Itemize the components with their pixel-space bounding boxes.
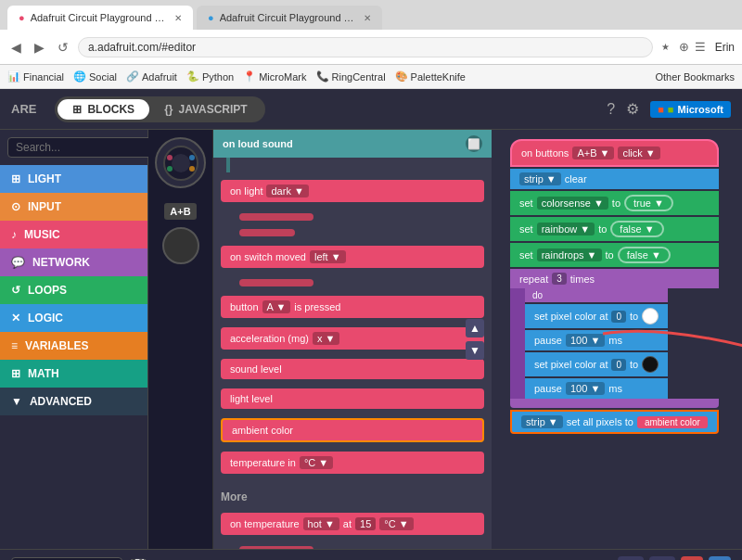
dark-dropdown[interactable]: dark ▼ [266,185,308,197]
ws-block-set-rainbow[interactable]: set rainbow ▼ to false ▼ [510,217,719,241]
ws-block-repeat[interactable]: repeat 3 times [510,269,719,288]
device-display [155,137,206,188]
block-light-level[interactable]: light level [221,388,484,409]
help-button[interactable]: ? [607,101,615,118]
sidebar-item-input[interactable]: ⊙ INPUT [0,193,147,221]
bookmark-financial[interactable]: 📊 Financial [7,70,64,83]
ws-false-bool-1[interactable]: false ▼ [610,221,663,237]
ws-block-set-pixel-white[interactable]: set pixel color at 0 to [525,304,668,328]
bottom-right-buttons: ↩ ↪ − + [618,556,731,561]
bookmark-paletteknife[interactable]: 🎨 PaletteKnife [395,70,466,83]
zoom-in-button[interactable]: + [709,556,731,561]
refresh-button[interactable]: ↺ [54,38,72,57]
block-connector-line [226,158,230,172]
ws-block-set-all-pixels[interactable]: strip ▼ set all pixels to ambient color [510,410,719,434]
ws-true-bool[interactable]: true ▼ [624,195,673,211]
bookmark-social[interactable]: 🌐 Social [73,70,117,83]
ws-click-dropdown[interactable]: click ▼ [618,146,659,159]
ws-block-set-colorsense[interactable]: set colorsense ▼ to true ▼ [510,191,719,215]
ws-rainbow-dropdown[interactable]: rainbow ▼ [537,223,595,235]
ws-block-pause-2[interactable]: pause 100 ▼ ms [525,378,668,399]
more-label: More [221,487,484,507]
ws-repeat-container: repeat 3 times do set pixel color at 0 t… [510,269,719,408]
user-name: Erin [715,41,735,54]
url-input[interactable]: a.adafruit.com/#editor [78,37,653,57]
project-name-input[interactable] [11,557,122,561]
pause-dropdown-2[interactable]: 100 ▼ [566,382,605,395]
extensions-icon[interactable]: ⊕ [679,40,689,54]
tab-inactive[interactable]: ● Adafruit Circuit Playground Ex... ✕ [197,6,382,30]
tab-close-0[interactable]: ✕ [174,13,182,23]
bookmark-python[interactable]: 🐍 Python [186,70,234,83]
accel-dropdown[interactable]: x ▼ [313,332,339,345]
zoom-out-button[interactable]: − [681,556,703,561]
block-on-light-dark[interactable]: on light dark ▼ [221,180,484,202]
ws-block-set-pixel-black[interactable]: set pixel color at 0 to [525,352,668,376]
forward-button[interactable]: ▶ [31,38,48,57]
device-wheel [162,227,199,264]
repeat-inner: do set pixel color at 0 to pause 100 ▼ m… [525,288,668,399]
ws-ab-dropdown[interactable]: A+B ▼ [572,146,614,159]
tab-javascript[interactable]: {} JAVASCRIPT [149,99,262,120]
sub-block-1 [239,213,313,221]
block-acceleration[interactable]: acceleration (mg) x ▼ [221,327,484,350]
bookmark-other[interactable]: Other Bookmarks [655,71,735,83]
bookmark-icon[interactable]: ★ [659,40,673,55]
microsoft-logo: ■■ Microsoft [650,101,731,118]
color-white-circle [642,308,659,325]
left-dropdown[interactable]: left ▼ [310,250,346,263]
temp-dropdown[interactable]: °C ▼ [300,456,333,469]
temp-num: 15 [355,517,376,530]
sidebar-item-advanced[interactable]: ▼ ADVANCED [0,388,147,415]
bookmark-adafruit[interactable]: 🔗 Adafruit [126,70,177,83]
back-button[interactable]: ◀ [7,38,25,57]
block-on-switch-moved[interactable]: on switch moved left ▼ [221,246,484,268]
panel-collapse-btn[interactable]: ⬜ [466,135,482,152]
hot-dropdown[interactable]: hot ▼ [303,517,339,530]
undo-button[interactable]: ↩ [618,556,644,561]
ws-block-strip-clear[interactable]: strip ▼ clear [510,169,719,189]
tab-close-1[interactable]: ✕ [364,13,371,23]
scroll-up-btn[interactable]: ▲ [466,319,484,337]
curly-icon: {} [164,103,173,116]
code-stack-main: on buttons A+B ▼ click ▼ strip ▼ clear s… [510,139,719,434]
block-button-pressed[interactable]: button A ▼ is pressed [221,296,484,318]
block-temperature[interactable]: temperature in °C ▼ [221,452,484,474]
gear-button[interactable]: ⚙ [626,100,639,118]
main-content: 🔍 ⊞ LIGHT ⊙ INPUT ♪ MUSIC 💬 NETWORK [0,130,742,549]
browser-chrome: ● Adafruit Circuit Playground Ex... ✕ ● … [0,0,742,65]
bookmark-ringcentral[interactable]: 📞 RingCentral [316,70,386,83]
bookmark-micromark[interactable]: 📍 MicroMark [243,70,306,83]
ws-block-set-raindrops[interactable]: set raindrops ▼ to false ▼ [510,243,719,267]
ws-colorsense-dropdown[interactable]: colorsense ▼ [537,197,608,210]
ws-hat-block[interactable]: on buttons A+B ▼ click ▼ [510,139,719,167]
bookmarks-bar: 📊 Financial 🌐 Social 🔗 Adafruit 🐍 Python… [0,65,742,89]
toolbar-right: ? ⚙ ■■ Microsoft [607,100,731,118]
sidebar-item-logic[interactable]: ✕ LOGIC [0,304,147,332]
search-input[interactable] [7,137,163,158]
button-dropdown[interactable]: A ▼ [262,300,291,313]
block-on-temperature[interactable]: on temperature hot ▼ at 15 °C ▼ [221,513,484,535]
ws-strip2-dropdown[interactable]: strip ▼ [521,415,563,428]
blocks-panel: on loud sound ⬜ on light dark ▼ on switc… [213,130,492,549]
menu-icon[interactable]: ☰ [695,40,706,54]
repeat-num: 3 [552,273,567,285]
ws-raindrops-dropdown[interactable]: raindrops ▼ [537,248,602,261]
sidebar-item-loops[interactable]: ↺ LOOPS [0,276,147,304]
block-ambient-color[interactable]: ambient color [221,418,484,442]
sidebar-item-music[interactable]: ♪ MUSIC [0,221,147,248]
ws-false-bool-2[interactable]: false ▼ [618,247,671,263]
redo-button[interactable]: ↪ [649,556,675,561]
sidebar-item-variables[interactable]: ≡ VARIABLES [0,332,147,360]
block-sound-level[interactable]: sound level [221,359,484,379]
scroll-down-btn[interactable]: ▼ [466,341,484,360]
pause-dropdown-1[interactable]: 100 ▼ [566,334,605,347]
sidebar-item-light[interactable]: ⊞ LIGHT [0,165,147,193]
tab-active[interactable]: ● Adafruit Circuit Playground Ex... ✕ [7,6,193,30]
ws-block-pause-1[interactable]: pause 100 ▼ ms [525,330,668,350]
celsius-dropdown[interactable]: °C ▼ [379,517,413,530]
tab-blocks[interactable]: ⊞ BLOCKS [58,99,149,120]
ws-strip-dropdown[interactable]: strip ▼ [519,172,561,185]
sidebar-item-network[interactable]: 💬 NETWORK [0,248,147,276]
sidebar-item-math[interactable]: ⊞ MATH [0,360,147,388]
